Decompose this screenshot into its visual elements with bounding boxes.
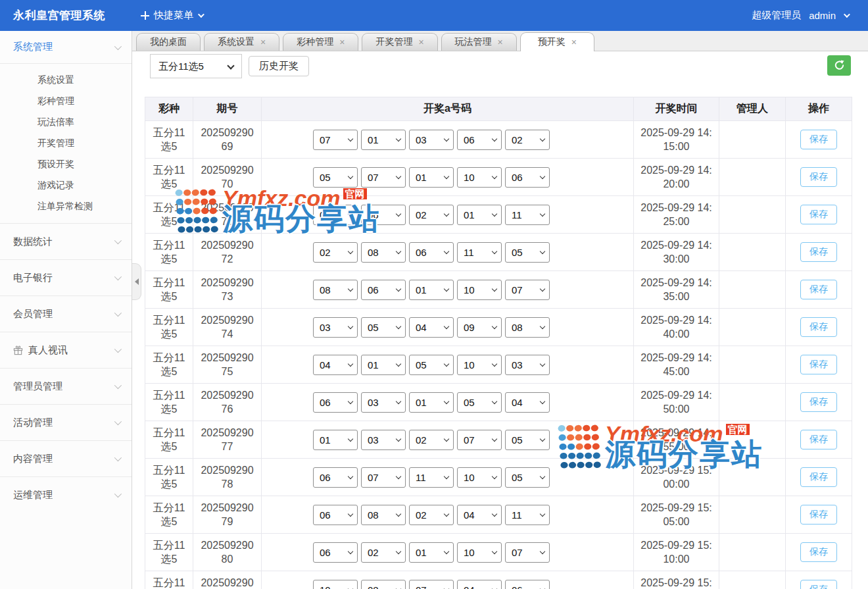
save-button[interactable]: 保存: [800, 130, 837, 149]
sidebar-group[interactable]: 真人视讯: [0, 332, 132, 368]
close-icon[interactable]: ×: [260, 38, 266, 47]
number-select[interactable]: 03: [409, 130, 454, 150]
number-select[interactable]: 03: [361, 392, 406, 413]
sidebar-group[interactable]: 运维管理: [0, 476, 132, 513]
save-button[interactable]: 保存: [800, 467, 837, 487]
number-select[interactable]: 01: [457, 205, 502, 225]
number-select[interactable]: 01: [409, 167, 454, 188]
number-select[interactable]: 03: [313, 317, 358, 338]
sidebar-group[interactable]: 会员管理: [0, 295, 132, 332]
number-select[interactable]: 01: [409, 280, 454, 300]
save-button[interactable]: 保存: [800, 242, 837, 262]
refresh-button[interactable]: [827, 55, 851, 76]
number-select[interactable]: 06: [361, 280, 406, 300]
number-select[interactable]: 08: [313, 280, 358, 300]
number-select[interactable]: 06: [409, 242, 454, 263]
number-select[interactable]: 08: [361, 242, 406, 263]
number-select[interactable]: 01: [313, 430, 358, 450]
tab-item[interactable]: 系统设置×: [204, 33, 279, 51]
number-select[interactable]: 07: [361, 467, 406, 488]
quick-menu-button[interactable]: 快捷菜单: [141, 9, 203, 22]
tab-item[interactable]: 彩种管理×: [283, 33, 358, 51]
sidebar-group[interactable]: 管理员管理: [0, 368, 132, 404]
save-button[interactable]: 保存: [800, 542, 837, 562]
number-select[interactable]: 06: [313, 505, 358, 525]
tab-active[interactable]: 预开奖×: [520, 32, 594, 51]
sidebar-group[interactable]: 活动管理: [0, 404, 132, 440]
tab-item[interactable]: 我的桌面: [136, 33, 201, 51]
number-select[interactable]: 04: [313, 355, 358, 375]
number-select[interactable]: 06: [505, 167, 550, 188]
number-select[interactable]: 06: [457, 130, 502, 150]
number-select[interactable]: 10: [457, 542, 502, 563]
sidebar-item[interactable]: 注单异常检测: [0, 195, 132, 217]
number-select[interactable]: 07: [361, 167, 406, 188]
sidebar-group[interactable]: 电子银行: [0, 259, 132, 295]
number-select[interactable]: 01: [361, 130, 406, 150]
save-button[interactable]: 保存: [800, 430, 837, 449]
number-select[interactable]: 11: [409, 467, 454, 488]
save-button[interactable]: 保存: [800, 580, 837, 589]
number-select[interactable]: 09: [457, 317, 502, 338]
number-select[interactable]: 02: [409, 505, 454, 525]
sidebar-item[interactable]: 系统设置: [0, 69, 132, 90]
sidebar-item[interactable]: 游戏记录: [0, 174, 132, 195]
number-select[interactable]: 02: [361, 542, 406, 563]
number-select[interactable]: 10: [313, 580, 358, 589]
number-select[interactable]: 05: [457, 392, 502, 413]
username-menu[interactable]: admin: [809, 10, 836, 21]
number-select[interactable]: 03: [505, 355, 550, 375]
history-draw-button[interactable]: 历史开奖: [249, 56, 309, 76]
number-select[interactable]: 07: [505, 280, 550, 300]
number-select[interactable]: 06: [313, 542, 358, 563]
number-select[interactable]: 07: [409, 580, 454, 589]
number-select[interactable]: 06: [505, 580, 550, 589]
number-select[interactable]: 10: [457, 467, 502, 488]
number-select[interactable]: 01: [361, 355, 406, 375]
number-select[interactable]: 07: [313, 130, 358, 150]
save-button[interactable]: 保存: [800, 167, 837, 187]
number-select[interactable]: 04: [409, 317, 454, 338]
save-button[interactable]: 保存: [800, 355, 837, 374]
sidebar-group[interactable]: 内容管理: [0, 440, 132, 476]
number-select[interactable]: 10: [457, 167, 502, 188]
close-icon[interactable]: ×: [498, 38, 503, 47]
number-select[interactable]: 06: [313, 392, 358, 413]
number-select[interactable]: 08: [361, 580, 406, 589]
tab-item[interactable]: 开奖管理×: [362, 33, 437, 51]
sidebar-item[interactable]: 彩种管理: [0, 90, 132, 111]
number-select[interactable]: 11: [505, 505, 550, 525]
number-select[interactable]: 02: [409, 430, 454, 450]
number-select[interactable]: 04: [457, 580, 502, 589]
number-select[interactable]: 11: [505, 205, 550, 225]
number-select[interactable]: 02: [313, 242, 358, 263]
tab-item[interactable]: 玩法管理×: [441, 33, 517, 51]
number-select[interactable]: 05: [313, 167, 358, 188]
number-select[interactable]: 05: [409, 355, 454, 375]
number-select[interactable]: 03: [361, 430, 406, 450]
number-select[interactable]: 05: [361, 317, 406, 338]
sidebar-group[interactable]: 数据统计: [0, 223, 132, 259]
sidebar-group[interactable]: 系统管理: [0, 31, 132, 63]
number-select[interactable]: 11: [457, 242, 502, 263]
number-select[interactable]: 10: [457, 355, 502, 375]
number-select[interactable]: 04: [505, 392, 550, 413]
sidebar-item[interactable]: 开奖管理: [0, 132, 132, 153]
save-button[interactable]: 保存: [800, 392, 837, 412]
close-icon[interactable]: ×: [571, 38, 577, 47]
save-button[interactable]: 保存: [800, 205, 837, 224]
number-select[interactable]: 06: [361, 205, 406, 225]
lottery-type-select[interactable]: 五分11选5: [150, 54, 242, 78]
save-button[interactable]: 保存: [800, 280, 837, 299]
close-icon[interactable]: ×: [418, 38, 423, 47]
number-select[interactable]: 07: [505, 542, 550, 563]
close-icon[interactable]: ×: [339, 38, 345, 47]
number-select[interactable]: 08: [505, 317, 550, 338]
sidebar-item[interactable]: 预设开奖: [0, 153, 132, 174]
number-select[interactable]: 10: [457, 280, 502, 300]
number-select[interactable]: 01: [409, 542, 454, 563]
number-select[interactable]: 05: [505, 242, 550, 263]
number-select[interactable]: 02: [505, 130, 550, 150]
chevron-down-icon[interactable]: [844, 11, 850, 18]
number-select[interactable]: 05: [505, 467, 550, 488]
